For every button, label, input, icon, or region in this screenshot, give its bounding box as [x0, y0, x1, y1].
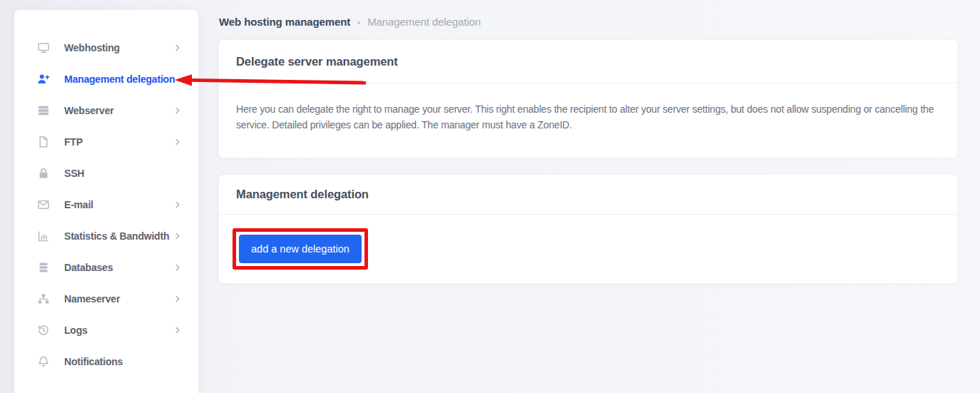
sidebar-item-webserver[interactable]: Webserver — [14, 95, 198, 126]
sidebar-nav: WebhostingManagement delegationWebserver… — [14, 32, 198, 377]
breadcrumb: Web hosting management Management delega… — [219, 16, 957, 28]
sidebar-item-label: Webserver — [64, 105, 114, 116]
history-icon — [37, 324, 50, 337]
sidebar-item-label: Logs — [64, 325, 88, 336]
sidebar-item-webhosting[interactable]: Webhosting — [14, 32, 198, 63]
add-new-delegation-button[interactable]: add a new delegation — [239, 235, 362, 263]
annotation-highlight-box: add a new delegation — [233, 228, 368, 270]
sidebar-item-label: Nameserver — [64, 293, 120, 305]
lock-icon — [37, 167, 50, 180]
sidebar-item-statistics-bandwidth[interactable]: Statistics & Bandwidth — [14, 220, 198, 252]
chevron-right-icon — [173, 262, 183, 272]
user-plus-icon — [37, 73, 50, 86]
chart-icon — [37, 230, 50, 243]
file-icon — [37, 136, 50, 148]
sidebar-item-label: Webhosting — [64, 42, 120, 53]
sidebar-item-label: FTP — [64, 136, 83, 148]
sidebar-item-label: Management delegation — [64, 73, 175, 85]
database-icon — [37, 261, 50, 274]
server-icon — [37, 104, 50, 117]
sidebar-item-ssh[interactable]: SSH — [14, 158, 198, 189]
sidebar-item-databases[interactable]: Databases — [14, 252, 198, 283]
breadcrumb-item-management-delegation: Management delegation — [367, 16, 481, 28]
chevron-right-icon — [173, 200, 183, 210]
sidebar-item-label: SSH — [64, 168, 84, 179]
sidebar-item-management-delegation[interactable]: Management delegation — [14, 63, 198, 95]
sidebar-item-e-mail[interactable]: E-mail — [14, 189, 198, 220]
card-title: Management delegation — [219, 175, 957, 215]
sidebar-item-label: E-mail — [64, 199, 93, 210]
bell-icon — [37, 355, 50, 368]
sidebar-item-notifications[interactable]: Notifications — [14, 346, 198, 377]
envelope-icon — [37, 198, 50, 211]
sitemap-icon — [37, 292, 50, 305]
monitor-icon — [37, 41, 50, 54]
main-content: Web hosting management Management delega… — [219, 16, 957, 300]
breadcrumb-item-web-hosting-management[interactable]: Web hosting management — [219, 16, 350, 28]
sidebar: WebhostingManagement delegationWebserver… — [14, 10, 198, 393]
sidebar-item-label: Databases — [64, 262, 113, 273]
breadcrumb-separator-icon — [357, 21, 360, 24]
chevron-right-icon — [173, 43, 183, 53]
sidebar-item-label: Statistics & Bandwidth — [64, 230, 169, 242]
card-title: Delegate server management — [219, 40, 957, 83]
delegate-server-management-card: Delegate server management Here you can … — [219, 40, 957, 158]
card-body: add a new delegation — [219, 215, 957, 283]
sidebar-item-ftp[interactable]: FTP — [14, 126, 198, 158]
management-delegation-card: Management delegation add a new delegati… — [219, 175, 957, 283]
chevron-right-icon — [173, 106, 183, 116]
sidebar-item-label: Notifications — [64, 356, 123, 367]
chevron-right-icon — [173, 325, 183, 335]
chevron-right-icon — [173, 231, 183, 241]
sidebar-item-logs[interactable]: Logs — [14, 315, 198, 346]
chevron-right-icon — [173, 294, 183, 304]
sidebar-item-nameserver[interactable]: Nameserver — [14, 283, 198, 315]
chevron-right-icon — [173, 137, 183, 147]
delegation-description: Here you can delegate the right to manag… — [219, 83, 957, 158]
